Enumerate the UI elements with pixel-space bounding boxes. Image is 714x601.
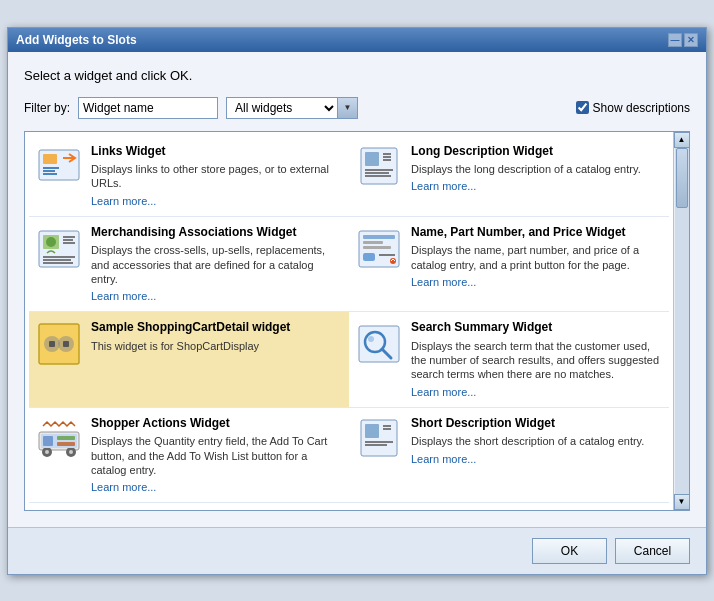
svg-rect-26 — [363, 253, 375, 261]
dialog-title: Add Widgets to Slots — [16, 33, 137, 47]
minimize-button[interactable]: — — [668, 33, 682, 47]
short-desc-widget-icon — [355, 416, 403, 464]
scroll-up-button[interactable]: ▲ — [674, 132, 690, 148]
list-item[interactable]: Shopper Actions Widget Displays the Quan… — [29, 408, 349, 503]
list-item[interactable]: Site Map Widget Displays links to catego… — [349, 503, 669, 509]
links-widget-text: Links Widget Displays links to other sto… — [91, 144, 343, 208]
ok-button[interactable]: OK — [532, 538, 607, 564]
name-part-widget-learn[interactable]: Learn more... — [411, 276, 476, 288]
list-item[interactable]: Merchandising Associations Widget Displa… — [29, 217, 349, 312]
long-desc-widget-name: Long Description Widget — [411, 144, 663, 160]
short-desc-widget-learn[interactable]: Learn more... — [411, 453, 476, 465]
shopper-widget-text: Shopper Actions Widget Displays the Quan… — [91, 416, 343, 494]
show-descriptions-text: Show descriptions — [593, 101, 690, 115]
short-desc-widget-name: Short Description Widget — [411, 416, 663, 432]
sample-cart-widget-desc: This widget is for ShopCartDisplay — [91, 339, 343, 353]
long-desc-widget-icon — [355, 144, 403, 192]
svg-rect-33 — [63, 341, 69, 347]
search-summary-widget-text: Search Summary Widget Displays the searc… — [411, 320, 663, 398]
search-summary-widget-name: Search Summary Widget — [411, 320, 663, 336]
show-descriptions-checkbox[interactable] — [576, 101, 589, 114]
links-widget-icon — [35, 144, 83, 192]
widget-list-container: Links Widget Displays links to other sto… — [24, 131, 690, 511]
widget-list: Links Widget Displays links to other sto… — [25, 132, 673, 510]
long-desc-widget-learn[interactable]: Learn more... — [411, 180, 476, 192]
filter-select[interactable]: All widgets Content widgets Navigation w… — [227, 98, 337, 118]
merch-widget-desc: Displays the cross-sells, up-sells, repl… — [91, 243, 343, 286]
list-item[interactable]: Links Widget Displays links to other sto… — [29, 136, 349, 217]
short-desc-widget-desc: Displays the short description of a cata… — [411, 434, 663, 448]
long-desc-widget-text: Long Description Widget Displays the lon… — [411, 144, 663, 194]
filter-dropdown-icon[interactable]: ▼ — [337, 98, 357, 118]
merch-widget-learn[interactable]: Learn more... — [91, 290, 156, 302]
svg-rect-32 — [49, 341, 55, 347]
list-item[interactable]: Long Description Widget Displays the lon… — [349, 136, 669, 217]
name-part-widget-icon — [355, 225, 403, 273]
svg-point-15 — [46, 237, 56, 247]
list-item[interactable]: Name, Part Number, and Price Widget Disp… — [349, 217, 669, 312]
svg-rect-1 — [43, 154, 57, 164]
scrollbar: ▲ ▼ — [673, 132, 689, 510]
title-bar-buttons: — ✕ — [668, 33, 698, 47]
filter-select-wrap: All widgets Content widgets Navigation w… — [226, 97, 358, 119]
search-summary-widget-icon — [355, 320, 403, 368]
merch-widget-name: Merchandising Associations Widget — [91, 225, 343, 241]
name-part-widget-text: Name, Part Number, and Price Widget Disp… — [411, 225, 663, 289]
list-item[interactable]: Search Summary Widget Displays the searc… — [349, 312, 669, 407]
name-part-widget-name: Name, Part Number, and Price Widget — [411, 225, 663, 241]
dialog-body: Select a widget and click OK. Filter by:… — [8, 52, 706, 527]
links-widget-name: Links Widget — [91, 144, 343, 160]
svg-rect-6 — [365, 152, 379, 166]
shopper-widget-desc: Displays the Quantity entry field, the A… — [91, 434, 343, 477]
short-desc-widget-text: Short Description Widget Displays the sh… — [411, 416, 663, 466]
long-desc-widget-desc: Displays the long description of a catal… — [411, 162, 663, 176]
list-item[interactable]: Sample ShoppingCartDetail widget This wi… — [29, 312, 349, 407]
svg-rect-46 — [57, 442, 75, 446]
shopper-widget-learn[interactable]: Learn more... — [91, 481, 156, 493]
scroll-track — [675, 148, 689, 494]
show-descriptions-label[interactable]: Show descriptions — [576, 101, 690, 115]
filter-label: Filter by: — [24, 101, 70, 115]
list-item[interactable]: Short Description Widget Displays the sh… — [349, 408, 669, 503]
filter-input[interactable] — [78, 97, 218, 119]
svg-point-37 — [368, 336, 374, 342]
scroll-thumb[interactable] — [676, 148, 688, 208]
sample-cart-widget-icon — [35, 320, 83, 368]
shopper-widget-icon — [35, 416, 83, 464]
links-widget-learn[interactable]: Learn more... — [91, 195, 156, 207]
svg-rect-24 — [363, 241, 383, 244]
svg-rect-25 — [363, 246, 391, 249]
cancel-button[interactable]: Cancel — [615, 538, 690, 564]
instruction-text: Select a widget and click OK. — [24, 68, 690, 83]
sample-cart-widget-name: Sample ShoppingCartDetail widget — [91, 320, 343, 336]
name-part-widget-desc: Displays the name, part number, and pric… — [411, 243, 663, 272]
filter-row: Filter by: All widgets Content widgets N… — [24, 97, 690, 119]
scroll-down-button[interactable]: ▼ — [674, 494, 690, 510]
title-bar: Add Widgets to Slots — ✕ — [8, 28, 706, 52]
add-widgets-dialog: Add Widgets to Slots — ✕ Select a widget… — [7, 27, 707, 575]
svg-rect-45 — [57, 436, 75, 440]
svg-rect-23 — [363, 235, 395, 239]
links-widget-desc: Displays links to other store pages, or … — [91, 162, 343, 191]
dialog-footer: OK Cancel — [8, 527, 706, 574]
list-item[interactable]: Site Content List Widget Displays a list… — [29, 503, 349, 509]
search-summary-widget-desc: Displays the search term that the custom… — [411, 339, 663, 382]
svg-rect-48 — [365, 424, 379, 438]
svg-point-42 — [69, 450, 73, 454]
merch-widget-icon — [35, 225, 83, 273]
sample-cart-widget-text: Sample ShoppingCartDetail widget This wi… — [91, 320, 343, 356]
merch-widget-text: Merchandising Associations Widget Displa… — [91, 225, 343, 303]
close-button[interactable]: ✕ — [684, 33, 698, 47]
search-summary-widget-learn[interactable]: Learn more... — [411, 386, 476, 398]
shopper-widget-name: Shopper Actions Widget — [91, 416, 343, 432]
svg-point-41 — [45, 450, 49, 454]
svg-rect-44 — [43, 436, 53, 446]
